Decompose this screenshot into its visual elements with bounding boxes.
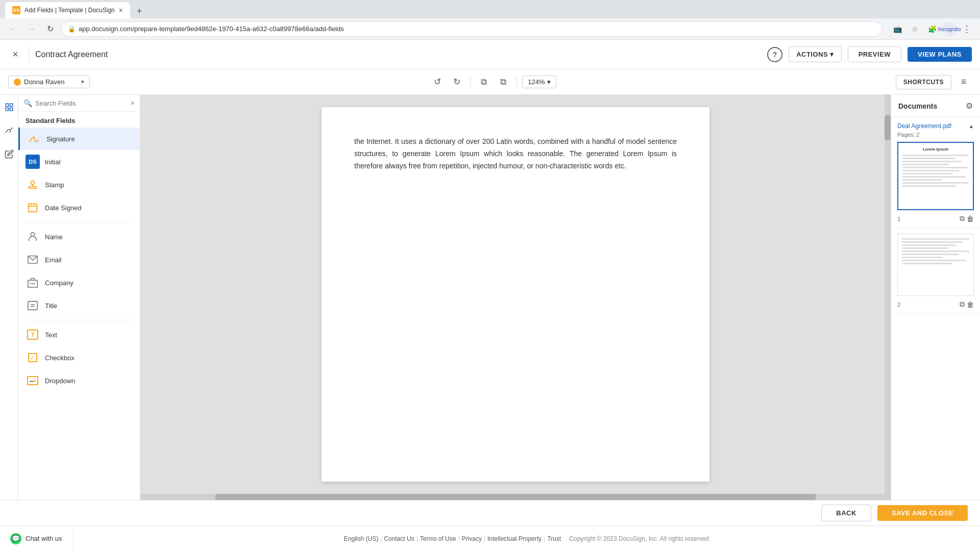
field-label-checkbox: Checkbox: [45, 354, 75, 362]
field-item-checkbox[interactable]: ✓ Checkbox: [18, 346, 140, 369]
back-nav-button[interactable]: ←: [6, 22, 20, 36]
field-label-email: Email: [45, 256, 62, 264]
preview-button[interactable]: PREVIEW: [848, 46, 901, 62]
user-selector[interactable]: Donna Raven ▾: [8, 76, 90, 88]
doc2-copy-icon[interactable]: ⧉: [960, 300, 965, 309]
new-tab-button[interactable]: +: [132, 4, 146, 18]
footer-link-privacy[interactable]: Privacy: [462, 535, 482, 542]
field-item-date-signed[interactable]: Date Signed: [18, 196, 140, 219]
vertical-scrollbar[interactable]: [885, 95, 891, 494]
field-item-stamp[interactable]: Stamp: [18, 173, 140, 196]
actions-button[interactable]: ACTIONS ▾: [789, 46, 842, 62]
shortcuts-button[interactable]: SHORTCUTS: [896, 75, 951, 89]
bookmark-button[interactable]: ☆: [908, 22, 922, 36]
search-input[interactable]: [35, 99, 128, 107]
title-icon: [26, 298, 40, 313]
toolbar-sep2: [517, 76, 517, 88]
icon-strip: [0, 95, 18, 500]
field-label-date-signed: Date Signed: [45, 204, 82, 212]
copy-button[interactable]: ⧉: [476, 74, 492, 90]
footer-link-terms[interactable]: Terms of Use: [420, 535, 456, 542]
forward-nav-button[interactable]: →: [24, 22, 39, 36]
doc1-thumbnail: Lorem Ipsum: [897, 142, 974, 210]
footer-link-english[interactable]: English (US): [344, 535, 378, 542]
back-button[interactable]: BACK: [821, 505, 871, 521]
help-button[interactable]: ?: [767, 47, 782, 62]
view-plans-button[interactable]: VIEW PLANS: [908, 47, 972, 62]
address-bar[interactable]: 🔒 app.docusign.com/prepare-template/9ed4…: [61, 21, 882, 37]
sidebar-toggle-button[interactable]: ≡: [955, 74, 972, 90]
settings-icon[interactable]: ⚙: [966, 101, 973, 111]
field-item-email[interactable]: Email: [18, 248, 140, 271]
text-icon: T: [26, 328, 40, 342]
doc1-page-num: 1: [897, 216, 958, 222]
refresh-button[interactable]: ↻: [43, 22, 57, 36]
field-item-signature[interactable]: Signature: [18, 128, 140, 150]
sign-nav-icon[interactable]: [2, 123, 16, 138]
search-clear-icon[interactable]: ×: [131, 99, 135, 107]
collapse-icon[interactable]: ▲: [969, 123, 974, 129]
footer-sep-1: |: [380, 535, 382, 542]
document-content: the Internet. It uses a dictionary of ov…: [354, 136, 677, 172]
field-item-text[interactable]: T Text: [18, 323, 140, 346]
doc2-page-num: 2: [897, 302, 958, 308]
footer-sep-3: |: [458, 535, 459, 542]
field-item-initial[interactable]: DS Initial: [18, 151, 140, 173]
chat-label: Chat with us: [26, 535, 62, 542]
zoom-level: 124%: [528, 78, 545, 86]
right-panel-title: Documents: [898, 102, 937, 110]
svg-rect-1: [10, 104, 12, 106]
document-entry-2: 2 ⧉ 🗑: [891, 229, 980, 314]
footer-link-ip[interactable]: Intellectual Property: [487, 535, 542, 542]
profile-avatar[interactable]: Incognito: [942, 22, 957, 36]
lock-icon: 🔒: [68, 26, 76, 33]
browser-tab-bar: DS Add Fields | Template | DocuSign × +: [0, 0, 980, 18]
field-label-company: Company: [45, 279, 74, 287]
undo-button[interactable]: ↺: [429, 74, 446, 90]
cast-button[interactable]: 📺: [890, 22, 904, 36]
app-header: × Contract Agreement ? ACTIONS ▾ PREVIEW…: [0, 40, 980, 69]
actions-label: ACTIONS: [796, 51, 828, 58]
fields-list: Standard Fields Signature DS Initial: [18, 112, 140, 500]
svg-rect-7: [29, 204, 37, 212]
footer-link-trust[interactable]: Trust: [547, 535, 561, 542]
extension-button[interactable]: 🧩: [925, 22, 939, 36]
doc1-copy-icon[interactable]: ⧉: [960, 214, 965, 223]
field-divider-1: [26, 222, 133, 222]
save-and-close-button[interactable]: SAVE AND CLOSE: [877, 505, 968, 521]
doc1-delete-icon[interactable]: 🗑: [967, 215, 974, 223]
field-label-name: Name: [45, 233, 63, 241]
browser-controls: ← → ↻ 🔒 app.docusign.com/prepare-templat…: [0, 18, 980, 40]
field-item-dropdown[interactable]: ▬▾ Dropdown: [18, 369, 140, 392]
search-bar: 🔍 ×: [18, 95, 140, 112]
horizontal-scrollbar[interactable]: [140, 494, 891, 500]
doc1-pages: Pages: 2: [897, 132, 974, 138]
redo-button[interactable]: ↻: [449, 74, 465, 90]
doc2-delete-icon[interactable]: 🗑: [967, 300, 974, 309]
edit-nav-icon[interactable]: [2, 147, 16, 161]
field-item-name[interactable]: Name: [18, 226, 140, 248]
standard-fields-header: Standard Fields: [18, 112, 140, 128]
svg-rect-5: [29, 187, 37, 189]
document-scroll-area[interactable]: the Internet. It uses a dictionary of ov…: [140, 95, 891, 494]
footer-link-contact[interactable]: Contact Us: [384, 535, 414, 542]
tab-title: Add Fields | Template | DocuSign: [24, 7, 115, 14]
browser-tab[interactable]: DS Add Fields | Template | DocuSign ×: [5, 2, 130, 18]
right-panel-header: Documents ⚙: [891, 95, 980, 117]
footer-sep-5: |: [544, 535, 545, 542]
doc1-name[interactable]: Deal Agreement.pdf: [897, 122, 951, 130]
fields-nav-icon[interactable]: [2, 100, 16, 114]
footer-sep-4: |: [484, 535, 485, 542]
field-item-company[interactable]: Company: [18, 271, 140, 294]
tab-close-icon[interactable]: ×: [119, 6, 123, 14]
footer-copyright: Copyright © 2023 DocuSign, Inc. All righ…: [569, 535, 709, 542]
zoom-selector[interactable]: 124% ▾: [522, 76, 556, 88]
paste-button[interactable]: ⧉: [495, 74, 511, 90]
email-icon: [26, 253, 40, 267]
field-item-title[interactable]: Title: [18, 294, 140, 317]
browser-menu-button[interactable]: ⋮: [960, 22, 974, 36]
user-name: Donna Raven: [24, 78, 78, 86]
chat-button[interactable]: 💬 Chat with us: [0, 526, 73, 551]
close-button[interactable]: ×: [8, 47, 22, 62]
doc2-thumb-actions: 2 ⧉ 🗑: [897, 300, 974, 309]
